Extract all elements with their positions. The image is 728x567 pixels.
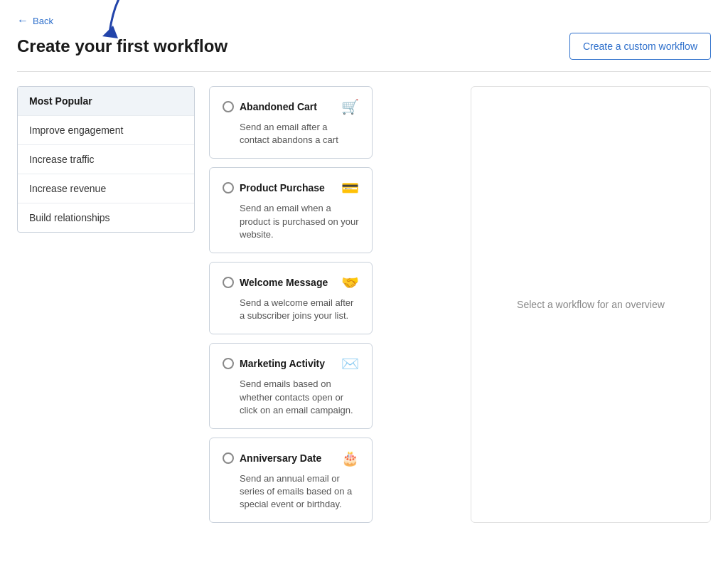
workflow-title-marketing-activity: Marketing Activity: [240, 358, 325, 369]
content-area: Most Popular Improve engagement Increase…: [17, 86, 711, 523]
radio-product-purchase[interactable]: [223, 182, 234, 194]
overview-placeholder: Select a workflow for an overview: [517, 299, 665, 310]
email-icon: ✉️: [341, 355, 359, 372]
workflow-card-header: Marketing Activity ✉️: [223, 355, 359, 372]
workflow-card-abandoned-cart[interactable]: Abandoned Cart 🛒 Send an email after a c…: [209, 86, 373, 159]
create-custom-workflow-button[interactable]: Create a custom workflow: [569, 33, 711, 60]
radio-anniversary-date[interactable]: [223, 452, 234, 464]
sidebar-item-most-popular[interactable]: Most Popular: [18, 87, 194, 116]
workflow-desc-anniversary-date: Send an annual email or series of emails…: [223, 472, 359, 512]
sidebar-item-increase-revenue[interactable]: Increase revenue: [18, 174, 194, 203]
back-link[interactable]: ← Back: [17, 14, 711, 27]
workflow-title-abandoned-cart: Abandoned Cart: [240, 101, 317, 112]
credit-card-icon: 💳: [341, 179, 359, 196]
workflow-list: Abandoned Cart 🛒 Send an email after a c…: [209, 86, 448, 523]
workflow-card-header: Anniversary Date 🎂: [223, 450, 359, 467]
workflow-card-marketing-activity[interactable]: Marketing Activity ✉️ Send emails based …: [209, 343, 373, 429]
radio-abandoned-cart[interactable]: [223, 101, 234, 112]
workflow-card-header: Welcome Message 🤝: [223, 274, 359, 291]
sidebar-item-build-relationships[interactable]: Build relationships: [18, 203, 194, 232]
header: Create your first workflow Create a cust…: [17, 33, 711, 72]
cart-icon: 🛒: [341, 98, 359, 115]
radio-marketing-activity[interactable]: [223, 358, 234, 369]
sidebar-item-increase-traffic[interactable]: Increase traffic: [18, 145, 194, 174]
workflow-title-welcome-message: Welcome Message: [240, 277, 328, 288]
workflow-desc-product-purchase: Send an email when a product is purchase…: [223, 202, 359, 241]
cake-icon: 🎂: [341, 450, 359, 467]
sidebar-item-improve-engagement[interactable]: Improve engagement: [18, 116, 194, 145]
back-label: Back: [33, 16, 53, 26]
workflow-title-product-purchase: Product Purchase: [240, 182, 325, 194]
back-arrow-icon: ←: [17, 14, 28, 27]
page-title: Create your first workflow: [17, 36, 228, 56]
workflow-title-anniversary-date: Anniversary Date: [240, 452, 321, 464]
radio-welcome-message[interactable]: [223, 277, 234, 288]
workflow-list-container: Abandoned Cart 🛒 Send an email after a c…: [195, 86, 462, 523]
workflow-desc-abandoned-cart: Send an email after a contact abandons a…: [223, 121, 359, 147]
workflow-card-product-purchase[interactable]: Product Purchase 💳 Send an email when a …: [209, 167, 373, 253]
workflow-card-anniversary-date[interactable]: Anniversary Date 🎂 Send an annual email …: [209, 438, 373, 524]
sidebar: Most Popular Improve engagement Increase…: [17, 86, 195, 233]
handshake-icon: 🤝: [341, 274, 359, 291]
workflow-card-welcome-message[interactable]: Welcome Message 🤝 Send a welcome email a…: [209, 262, 373, 334]
workflow-desc-welcome-message: Send a welcome email after a subscriber …: [223, 297, 359, 322]
workflow-card-header: Abandoned Cart 🛒: [223, 98, 359, 115]
workflow-desc-marketing-activity: Send emails based on whether contacts op…: [223, 378, 359, 417]
workflow-card-header: Product Purchase 💳: [223, 179, 359, 196]
overview-panel: Select a workflow for an overview: [471, 86, 711, 523]
